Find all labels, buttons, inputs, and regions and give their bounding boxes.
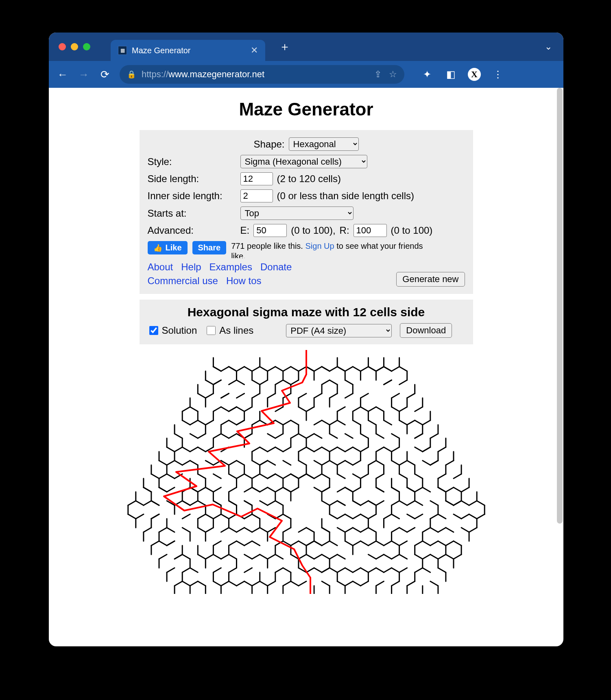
about-link[interactable]: About [148,261,173,273]
advanced-e-input[interactable] [253,224,287,237]
svg-line-476 [275,367,283,371]
examples-link[interactable]: Examples [209,261,252,273]
close-tab-icon[interactable]: ✕ [251,45,258,56]
close-window-button[interactable] [59,43,66,50]
svg-line-50 [143,487,151,492]
svg-line-4 [135,514,143,519]
aslines-checkbox-label[interactable]: As lines [205,325,253,336]
generate-new-button[interactable]: Generate new [396,272,465,287]
share-icon[interactable]: ⇪ [374,69,382,80]
scrollbar[interactable] [557,88,563,524]
back-button[interactable]: ← [56,68,69,81]
maximize-window-button[interactable] [83,43,90,50]
browser-tab[interactable]: ▦ Maze Generator ✕ [111,40,265,61]
help-link[interactable]: Help [181,261,201,273]
svg-line-580 [422,541,430,546]
commercial-use-link[interactable]: Commercial use [148,275,218,287]
reload-button[interactable]: ⟳ [98,68,111,81]
fb-share-button[interactable]: Share [192,241,227,254]
page-viewport[interactable]: Maze Generator Shape: Hexagonal Style: S… [49,88,563,646]
svg-line-599 [376,447,384,452]
fb-signup-link[interactable]: Sign Up [305,241,334,250]
svg-line-395 [244,367,252,371]
svg-line-736 [477,501,484,505]
inner-side-length-hint: (0 or less than side length cells) [277,190,415,202]
thumbs-up-icon: 👍 [153,243,162,252]
svg-line-212 [244,487,252,492]
svg-line-542 [399,541,407,546]
menu-icon[interactable]: ⋮ [491,69,504,80]
tabs-overflow-icon[interactable]: ⌄ [545,41,552,52]
svg-line-486 [314,434,322,438]
donate-link[interactable]: Donate [260,261,292,273]
side-length-hint: (2 to 120 cells) [277,173,341,185]
svg-line-462 [368,541,376,546]
svg-line-505 [391,541,399,546]
advanced-e-hint: (0 to 100), [291,225,335,236]
solution-checkbox-label[interactable]: Solution [148,325,197,336]
bookmark-icon[interactable]: ☆ [389,69,397,80]
forward-button[interactable]: → [77,68,90,81]
style-select[interactable]: Sigma (Hexagonal cells) [240,155,367,168]
svg-line-245 [260,487,267,492]
svg-line-346 [330,554,337,559]
svg-line-295 [275,487,283,492]
download-button[interactable]: Download [400,323,452,338]
profile-avatar[interactable]: X [468,68,481,81]
advanced-r-input[interactable] [354,224,387,237]
svg-line-611 [422,528,430,532]
extensions-icon[interactable]: ✦ [421,69,434,80]
svg-line-388 [360,568,368,572]
svg-line-87 [182,501,190,505]
svg-line-234 [213,407,221,411]
minimize-window-button[interactable] [71,43,78,50]
svg-line-727 [445,461,453,465]
svg-line-275 [221,393,229,398]
svg-line-446 [306,447,314,452]
shape-select[interactable]: Hexagonal [289,137,359,151]
svg-line-198 [198,420,205,425]
svg-line-307 [306,541,314,546]
svg-line-570 [376,487,384,492]
svg-line-229 [198,393,205,398]
svg-line-648 [454,554,461,559]
svg-line-72 [205,554,213,559]
svg-line-62 [159,474,167,478]
svg-line-502 [384,541,391,546]
advanced-r-hint: (0 to 100) [391,225,433,236]
solution-checkbox[interactable] [149,326,158,335]
svg-line-578 [415,541,422,546]
fb-like-button[interactable]: 👍 Like [148,241,188,254]
howtos-link[interactable]: How tos [226,275,262,287]
svg-line-315 [330,568,337,572]
svg-line-2 [128,501,135,505]
aslines-checkbox[interactable] [207,326,216,335]
svg-line-672 [391,393,399,398]
svg-line-69 [198,528,205,532]
side-length-input[interactable] [240,172,273,185]
svg-line-196 [190,407,198,411]
svg-line-491 [337,474,345,478]
svg-line-314 [322,568,330,572]
sidepanel-icon[interactable]: ◧ [444,69,457,80]
new-tab-button[interactable]: ＋ [279,39,290,54]
svg-line-361 [252,393,260,398]
svg-line-168 [190,434,198,438]
svg-line-13 [167,568,175,572]
address-bar[interactable]: 🔒 https://www.mazegenerator.net ⇪ ☆ [120,65,404,84]
export-format-select[interactable]: PDF (A4 size) [286,324,392,337]
svg-line-353 [353,581,360,586]
inner-side-length-input[interactable] [240,189,273,202]
svg-line-687 [415,434,422,438]
svg-line-582 [430,554,438,559]
svg-line-579 [422,554,430,559]
svg-line-628 [376,434,384,438]
starts-at-select[interactable]: Top [240,207,354,220]
svg-line-426 [353,528,360,532]
svg-line-98 [213,541,221,546]
svg-line-91 [190,501,198,505]
svg-line-161 [267,581,275,586]
svg-line-367 [267,434,275,438]
svg-line-416 [330,501,337,505]
svg-line-100 [229,554,236,559]
